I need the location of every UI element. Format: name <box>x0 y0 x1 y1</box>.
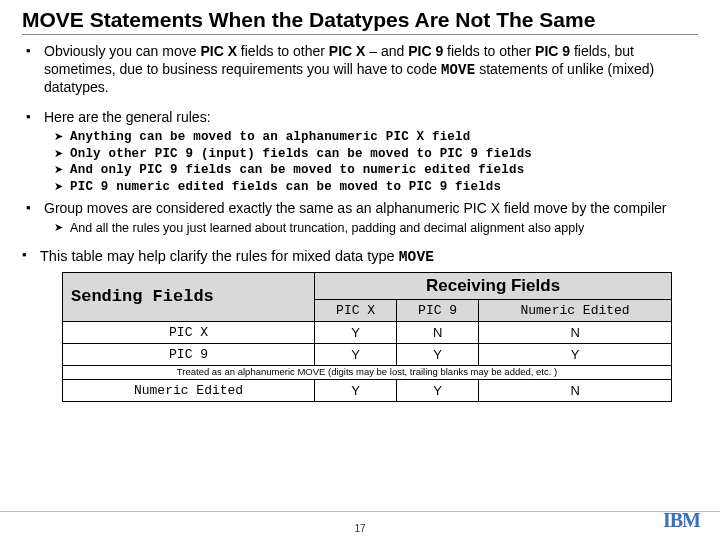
cell: Y <box>315 321 397 343</box>
sub-bullet-rules-apply: ➤ And all the rules you just learned abo… <box>54 221 698 237</box>
bullet-text: And all the rules you just learned about… <box>70 221 698 237</box>
rule-item: ➤ Anything can be moved to an alphanumer… <box>54 130 698 146</box>
bullet-marker-icon: ▪ <box>26 109 44 125</box>
footer-rule <box>0 511 720 512</box>
table-header-row: Sending Fields Receiving Fields <box>63 272 672 299</box>
col-pic-x: PIC X <box>315 299 397 321</box>
pic-9-keyword: PIC 9 <box>535 43 570 59</box>
bullet-text: Group moves are considered exactly the s… <box>44 200 698 218</box>
text-fragment: Obviously you can move <box>44 43 200 59</box>
cell: Y <box>315 380 397 402</box>
note-cell: Treated as an alphanumeric MOVE (digits … <box>63 365 672 379</box>
cell: Y <box>397 380 479 402</box>
cell: Y <box>479 343 672 365</box>
sending-fields-header: Sending Fields <box>63 272 315 321</box>
sub-bullet-marker-icon: ➤ <box>54 163 70 177</box>
row-pic-9: PIC 9 <box>63 343 315 365</box>
page-number: 17 <box>0 523 720 534</box>
text-fragment: This table may help clarify the rules fo… <box>40 248 399 264</box>
move-keyword: MOVE <box>399 249 435 265</box>
bullet-group-moves: ▪ Group moves are considered exactly the… <box>26 200 698 218</box>
text-fragment: – and <box>365 43 408 59</box>
bullet-marker-icon: ▪ <box>26 43 44 59</box>
pic-x-keyword: PIC X <box>329 43 366 59</box>
row-numeric-edited: Numeric Edited <box>63 380 315 402</box>
sub-bullet-marker-icon: ➤ <box>54 130 70 144</box>
bullet-marker-icon: ▪ <box>22 247 40 263</box>
sub-bullet-marker-icon: ➤ <box>54 180 70 194</box>
bullet-table-intro: ▪ This table may help clarify the rules … <box>22 247 698 266</box>
sub-bullet-marker-icon: ➤ <box>54 147 70 161</box>
bullet-text: This table may help clarify the rules fo… <box>40 247 698 266</box>
rule-item: ➤ And only PIC 9 fields can be moved to … <box>54 163 698 179</box>
cell: N <box>479 380 672 402</box>
receiving-fields-header: Receiving Fields <box>315 272 672 299</box>
col-numeric-edited: Numeric Edited <box>479 299 672 321</box>
rule-item: ➤ Only other PIC 9 (input) fields can be… <box>54 147 698 163</box>
bullet-intro-1: ▪ Obviously you can move PIC X fields to… <box>26 43 698 97</box>
cell: N <box>397 321 479 343</box>
table-note-row: Treated as an alphanumeric MOVE (digits … <box>63 365 672 379</box>
cell: Y <box>315 343 397 365</box>
text-fragment: fields to other <box>237 43 329 59</box>
slide: MOVE Statements When the Datatypes Are N… <box>0 0 720 540</box>
col-pic-9: PIC 9 <box>397 299 479 321</box>
rule-text: And only PIC 9 fields can be moved to nu… <box>70 163 698 179</box>
bullet-rules-header: ▪ Here are the general rules: <box>26 109 698 127</box>
bullet-marker-icon: ▪ <box>26 200 44 216</box>
sub-bullet-marker-icon: ➤ <box>54 221 70 235</box>
pic-9-keyword: PIC 9 <box>408 43 443 59</box>
row-pic-x: PIC X <box>63 321 315 343</box>
bullet-text: Here are the general rules: <box>44 109 698 127</box>
move-keyword: MOVE <box>441 62 475 78</box>
pic-x-keyword: PIC X <box>200 43 237 59</box>
cell: Y <box>397 343 479 365</box>
cell: N <box>479 321 672 343</box>
table-row: PIC X Y N N <box>63 321 672 343</box>
text-fragment: fields to other <box>443 43 535 59</box>
bullet-text: Obviously you can move PIC X fields to o… <box>44 43 698 97</box>
rule-text: Anything can be moved to an alphanumeric… <box>70 130 698 146</box>
table-row: Numeric Edited Y Y N <box>63 380 672 402</box>
ibm-logo-icon: IBM <box>663 509 700 532</box>
rule-item: ➤ PIC 9 numeric edited fields can be mov… <box>54 180 698 196</box>
rule-text: Only other PIC 9 (input) fields can be m… <box>70 147 698 163</box>
table-row: PIC 9 Y Y Y <box>63 343 672 365</box>
rules-table: Sending Fields Receiving Fields PIC X PI… <box>62 272 672 402</box>
slide-title: MOVE Statements When the Datatypes Are N… <box>22 8 698 35</box>
rule-text: PIC 9 numeric edited fields can be moved… <box>70 180 698 196</box>
